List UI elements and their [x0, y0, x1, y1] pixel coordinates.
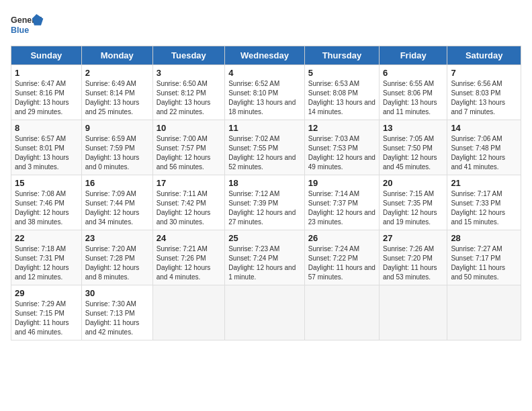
day-info: Sunrise: 7:15 AMSunset: 7:35 PMDaylight:…	[383, 190, 437, 226]
day-number: 20	[383, 178, 443, 188]
day-info: Sunrise: 7:21 AMSunset: 7:26 PMDaylight:…	[157, 245, 211, 281]
day-number: 23	[85, 233, 149, 243]
calendar-cell: 23 Sunrise: 7:20 AMSunset: 7:28 PMDaylig…	[81, 230, 152, 285]
calendar-cell: 1 Sunrise: 6:47 AMSunset: 8:16 PMDayligh…	[11, 65, 82, 120]
calendar-table: Sunday Monday Tuesday Wednesday Thursday…	[11, 46, 521, 340]
day-number: 21	[451, 178, 517, 188]
day-number: 19	[308, 178, 375, 188]
day-number: 15	[15, 178, 78, 188]
day-info: Sunrise: 7:27 AMSunset: 7:17 PMDaylight:…	[451, 245, 505, 281]
day-number: 3	[157, 68, 221, 78]
day-info: Sunrise: 7:06 AMSunset: 7:48 PMDaylight:…	[451, 135, 505, 171]
calendar-cell: 2 Sunrise: 6:49 AMSunset: 8:14 PMDayligh…	[81, 65, 152, 120]
header-tuesday: Tuesday	[152, 46, 224, 65]
calendar-cell	[379, 285, 447, 340]
calendar-cell: 16 Sunrise: 7:09 AMSunset: 7:44 PMDaylig…	[81, 175, 152, 230]
calendar-cell: 20 Sunrise: 7:15 AMSunset: 7:35 PMDaylig…	[379, 175, 447, 230]
day-number: 8	[15, 123, 78, 133]
calendar-cell	[225, 285, 305, 340]
calendar-cell: 11 Sunrise: 7:02 AMSunset: 7:55 PMDaylig…	[225, 120, 305, 175]
calendar-cell: 28 Sunrise: 7:27 AMSunset: 7:17 PMDaylig…	[447, 230, 521, 285]
calendar-cell	[447, 285, 521, 340]
day-number: 4	[228, 68, 301, 78]
day-info: Sunrise: 7:14 AMSunset: 7:37 PMDaylight:…	[308, 190, 375, 226]
day-number: 26	[308, 233, 375, 243]
calendar-cell: 8 Sunrise: 6:57 AMSunset: 8:01 PMDayligh…	[11, 120, 82, 175]
day-number: 30	[85, 288, 149, 298]
logo: General Blue	[11, 11, 44, 38]
day-number: 9	[85, 123, 149, 133]
calendar-cell: 4 Sunrise: 6:52 AMSunset: 8:10 PMDayligh…	[225, 65, 305, 120]
day-number: 16	[85, 178, 149, 188]
calendar-cell: 17 Sunrise: 7:11 AMSunset: 7:42 PMDaylig…	[152, 175, 224, 230]
day-info: Sunrise: 7:05 AMSunset: 7:50 PMDaylight:…	[383, 135, 437, 171]
day-info: Sunrise: 6:50 AMSunset: 8:12 PMDaylight:…	[157, 80, 211, 116]
weekday-header-row: Sunday Monday Tuesday Wednesday Thursday…	[11, 46, 521, 65]
day-number: 13	[383, 123, 443, 133]
day-info: Sunrise: 6:49 AMSunset: 8:14 PMDaylight:…	[85, 80, 140, 116]
calendar-cell: 25 Sunrise: 7:23 AMSunset: 7:24 PMDaylig…	[225, 230, 305, 285]
day-number: 1	[15, 68, 78, 78]
calendar-cell: 7 Sunrise: 6:56 AMSunset: 8:03 PMDayligh…	[447, 65, 521, 120]
day-number: 10	[157, 123, 221, 133]
calendar-cell: 10 Sunrise: 7:00 AMSunset: 7:57 PMDaylig…	[152, 120, 224, 175]
header-sunday: Sunday	[11, 46, 82, 65]
day-info: Sunrise: 7:02 AMSunset: 7:55 PMDaylight:…	[228, 135, 296, 171]
day-info: Sunrise: 7:18 AMSunset: 7:31 PMDaylight:…	[15, 245, 69, 281]
calendar-cell: 24 Sunrise: 7:21 AMSunset: 7:26 PMDaylig…	[152, 230, 224, 285]
day-info: Sunrise: 7:12 AMSunset: 7:39 PMDaylight:…	[228, 190, 296, 226]
day-info: Sunrise: 6:56 AMSunset: 8:03 PMDaylight:…	[451, 80, 505, 116]
day-info: Sunrise: 7:03 AMSunset: 7:53 PMDaylight:…	[308, 135, 375, 171]
day-number: 24	[157, 233, 221, 243]
day-info: Sunrise: 7:08 AMSunset: 7:46 PMDaylight:…	[15, 190, 69, 226]
day-info: Sunrise: 7:29 AMSunset: 7:15 PMDaylight:…	[15, 300, 69, 336]
day-info: Sunrise: 7:20 AMSunset: 7:28 PMDaylight:…	[85, 245, 140, 281]
day-number: 25	[228, 233, 301, 243]
calendar-cell: 6 Sunrise: 6:55 AMSunset: 8:06 PMDayligh…	[379, 65, 447, 120]
day-info: Sunrise: 6:52 AMSunset: 8:10 PMDaylight:…	[228, 80, 296, 116]
day-info: Sunrise: 7:30 AMSunset: 7:13 PMDaylight:…	[85, 300, 140, 336]
day-info: Sunrise: 7:17 AMSunset: 7:33 PMDaylight:…	[451, 190, 505, 226]
calendar-cell: 5 Sunrise: 6:53 AMSunset: 8:08 PMDayligh…	[304, 65, 379, 120]
calendar-cell	[152, 285, 224, 340]
calendar-week-row: 1 Sunrise: 6:47 AMSunset: 8:16 PMDayligh…	[11, 65, 521, 120]
header-wednesday: Wednesday	[225, 46, 305, 65]
calendar-cell: 14 Sunrise: 7:06 AMSunset: 7:48 PMDaylig…	[447, 120, 521, 175]
calendar-cell: 13 Sunrise: 7:05 AMSunset: 7:50 PMDaylig…	[379, 120, 447, 175]
day-number: 22	[15, 233, 78, 243]
day-info: Sunrise: 7:23 AMSunset: 7:24 PMDaylight:…	[228, 245, 296, 281]
logo-svg: General Blue	[11, 11, 44, 38]
day-info: Sunrise: 7:00 AMSunset: 7:57 PMDaylight:…	[157, 135, 211, 171]
day-number: 28	[451, 233, 517, 243]
day-number: 12	[308, 123, 375, 133]
svg-text:Blue: Blue	[11, 26, 29, 35]
calendar-cell: 12 Sunrise: 7:03 AMSunset: 7:53 PMDaylig…	[304, 120, 379, 175]
calendar-cell: 29 Sunrise: 7:29 AMSunset: 7:15 PMDaylig…	[11, 285, 82, 340]
calendar-cell: 18 Sunrise: 7:12 AMSunset: 7:39 PMDaylig…	[225, 175, 305, 230]
calendar-cell: 30 Sunrise: 7:30 AMSunset: 7:13 PMDaylig…	[81, 285, 152, 340]
calendar-cell: 22 Sunrise: 7:18 AMSunset: 7:31 PMDaylig…	[11, 230, 82, 285]
day-number: 7	[451, 68, 517, 78]
calendar-week-row: 22 Sunrise: 7:18 AMSunset: 7:31 PMDaylig…	[11, 230, 521, 285]
day-number: 18	[228, 178, 301, 188]
calendar-cell: 15 Sunrise: 7:08 AMSunset: 7:46 PMDaylig…	[11, 175, 82, 230]
calendar-cell: 3 Sunrise: 6:50 AMSunset: 8:12 PMDayligh…	[152, 65, 224, 120]
header: General Blue	[11, 11, 521, 38]
calendar-cell: 19 Sunrise: 7:14 AMSunset: 7:37 PMDaylig…	[304, 175, 379, 230]
day-info: Sunrise: 6:53 AMSunset: 8:08 PMDaylight:…	[308, 80, 375, 116]
calendar-cell: 21 Sunrise: 7:17 AMSunset: 7:33 PMDaylig…	[447, 175, 521, 230]
day-number: 29	[15, 288, 78, 298]
day-number: 17	[157, 178, 221, 188]
day-info: Sunrise: 7:26 AMSunset: 7:20 PMDaylight:…	[383, 245, 437, 281]
calendar-week-row: 8 Sunrise: 6:57 AMSunset: 8:01 PMDayligh…	[11, 120, 521, 175]
day-info: Sunrise: 7:11 AMSunset: 7:42 PMDaylight:…	[157, 190, 211, 226]
header-friday: Friday	[379, 46, 447, 65]
calendar-cell: 26 Sunrise: 7:24 AMSunset: 7:22 PMDaylig…	[304, 230, 379, 285]
day-info: Sunrise: 7:09 AMSunset: 7:44 PMDaylight:…	[85, 190, 140, 226]
day-number: 5	[308, 68, 375, 78]
day-number: 11	[228, 123, 301, 133]
header-saturday: Saturday	[447, 46, 521, 65]
day-number: 27	[383, 233, 443, 243]
day-number: 2	[85, 68, 149, 78]
day-info: Sunrise: 6:59 AMSunset: 7:59 PMDaylight:…	[85, 135, 140, 171]
